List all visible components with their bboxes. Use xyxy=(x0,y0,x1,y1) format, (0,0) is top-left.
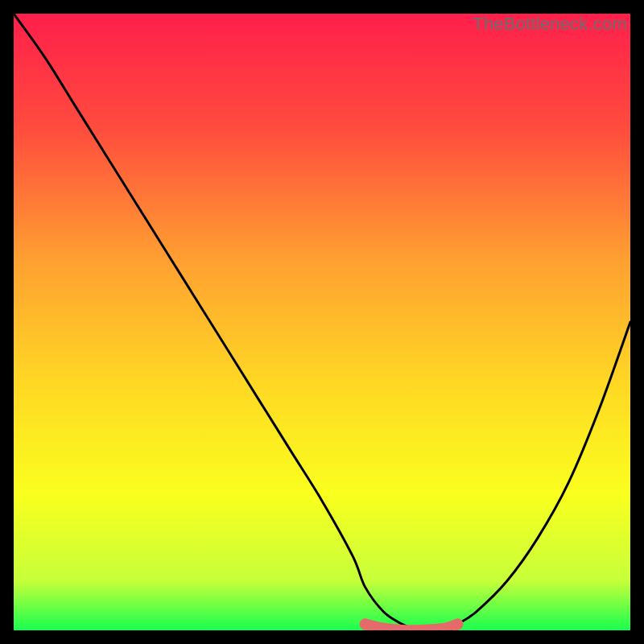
optimal-range-marker xyxy=(365,624,458,630)
chart-frame: TheBottleneck.com xyxy=(14,14,630,630)
watermark-text: TheBottleneck.com xyxy=(473,14,627,35)
bottleneck-chart xyxy=(14,14,630,630)
